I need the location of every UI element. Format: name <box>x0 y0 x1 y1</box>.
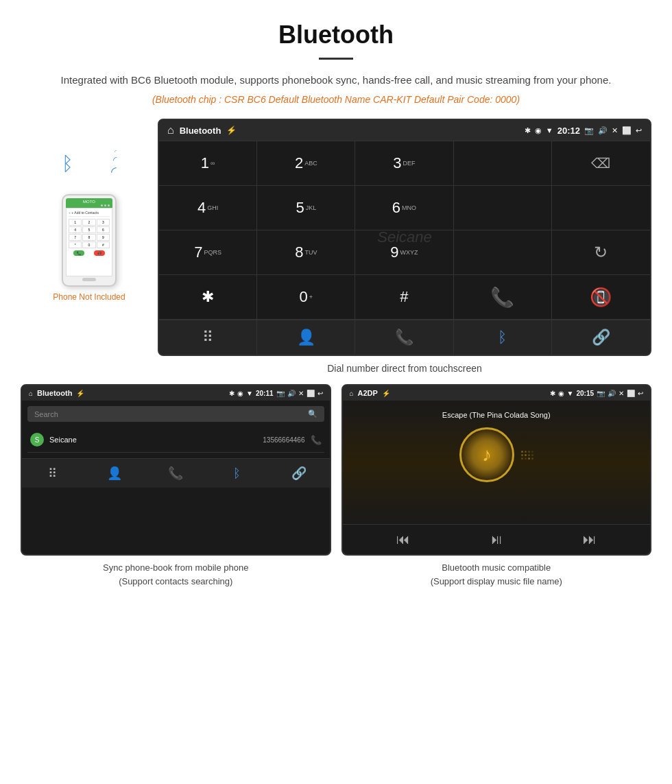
music-camera-icon: 📷 <box>597 390 605 397</box>
pb-link-btn[interactable]: 🔗 <box>268 459 330 488</box>
dial-link-btn[interactable]: 🔗 <box>552 320 650 355</box>
bottom-panels: ⌂ Bluetooth ⚡ ✱ ◉ ▼ 20:11 📷 🔊 ✕ ⬜ ↩ <box>0 384 672 608</box>
dial-key-7[interactable]: 7 PQRS <box>159 230 257 275</box>
dial-key-3[interactable]: 3 DEF <box>355 141 453 186</box>
search-bar[interactable]: Search 🔍 <box>27 406 324 422</box>
music-back-icon: ↩ <box>638 390 643 397</box>
dial-end-btn[interactable]: 📵 <box>552 275 650 320</box>
dial-close-icon: ✕ <box>612 126 618 135</box>
dial-volume-icon: 🔊 <box>598 126 608 135</box>
phonebook-screen: ⌂ Bluetooth ⚡ ✱ ◉ ▼ 20:11 📷 🔊 ✕ ⬜ ↩ <box>21 384 331 556</box>
contact-phone-icon[interactable]: 📞 <box>311 435 322 445</box>
dial-key-4[interactable]: 4 GHI <box>159 186 257 230</box>
wifi-bluetooth-icons: ᛒ ◜ ◜ ◜ <box>62 146 117 187</box>
music-close-icon: ✕ <box>619 390 624 397</box>
pb-camera-icon: 📷 <box>276 390 285 397</box>
music-controls: ⏮ ⏯ ⏭ <box>343 524 651 554</box>
pb-phone-icon: 📞 <box>168 466 183 481</box>
pb-home-icon: ⌂ <box>29 390 33 397</box>
dial-call-btn[interactable]: 📞 <box>454 275 552 320</box>
dial-contacts-btn[interactable]: 👤 <box>257 320 355 355</box>
phone-key-8: 8 <box>82 234 95 241</box>
phone-key-9: 9 <box>97 234 110 241</box>
main-dial-section: ᛒ ◜ ◜ ◜ MOTO + + Add to Contacts <box>0 119 672 356</box>
pb-window-icon: ⬜ <box>307 390 315 397</box>
music-time: 20:15 <box>576 390 594 397</box>
next-icon: ⏭ <box>583 532 597 547</box>
phone-top-bar: MOTO <box>66 198 112 208</box>
dial-key-empty3 <box>552 186 650 230</box>
phonebook-caption: Sync phone-book from mobile phone (Suppo… <box>21 561 331 588</box>
phone-screen: + + Add to Contacts 1 2 3 4 5 6 7 8 9 * … <box>66 208 112 276</box>
play-pause-btn[interactable]: ⏯ <box>490 532 503 547</box>
pb-usb-icon: ⚡ <box>76 390 84 397</box>
dial-back-icon: ↩ <box>636 126 642 135</box>
music-caption: Bluetooth music compatible (Support disp… <box>341 561 652 588</box>
bluetooth-bottom-icon: ᛒ <box>498 329 507 346</box>
phonebook-panel: ⌂ Bluetooth ⚡ ✱ ◉ ▼ 20:11 📷 🔊 ✕ ⬜ ↩ <box>21 384 331 588</box>
dial-keypad-grid: 1 ∞ 2 ABC 3 DEF ⌫ 4 GHI 5 JKL 6 MNO 7 PQ… <box>159 141 650 320</box>
music-status-bar: ⌂ A2DP ⚡ ✱ ◉ ▼ 20:15 📷 🔊 ✕ ⬜ ↩ <box>343 385 651 401</box>
pb-title: Bluetooth <box>37 389 72 397</box>
phone-key-star: * <box>69 241 82 248</box>
prev-icon: ⏮ <box>396 532 410 547</box>
music-panel: ⌂ A2DP ⚡ ✱ ◉ ▼ 20:15 📷 🔊 ✕ ⬜ ↩ Escape ( <box>341 384 652 588</box>
pb-bluetooth-btn[interactable]: ᛒ <box>206 459 268 488</box>
phonebook-status-bar: ⌂ Bluetooth ⚡ ✱ ◉ ▼ 20:11 📷 🔊 ✕ ⬜ ↩ <box>22 385 330 401</box>
phonebook-content: Search 🔍 S Seicane 13566664466 📞 <box>22 401 330 458</box>
dial-screen: ⌂ Bluetooth ⚡ ✱ ◉ ▼ 20:12 📷 🔊 ✕ ⬜ ↩ <box>158 119 651 356</box>
dial-key-2[interactable]: 2 ABC <box>257 141 355 186</box>
dial-screen-wrapper: ⌂ Bluetooth ⚡ ✱ ◉ ▼ 20:12 📷 🔊 ✕ ⬜ ↩ <box>158 119 651 356</box>
dial-phone-btn[interactable]: 📞 <box>355 320 453 355</box>
apps-grid-icon: ⠿ <box>202 329 213 346</box>
dial-backspace-btn[interactable]: ⌫ <box>552 141 650 186</box>
next-track-btn[interactable]: ⏭ <box>583 532 597 547</box>
phone-mockup-area: ᛒ ◜ ◜ ◜ MOTO + + Add to Contacts <box>21 119 158 302</box>
phonebook-bottom-bar: ⠿ 👤 📞 ᛒ 🔗 <box>22 458 330 488</box>
header-section: Bluetooth Integrated with BC6 Bluetooth … <box>0 0 672 119</box>
pb-apps-btn[interactable]: ⠿ <box>22 459 84 488</box>
pb-time: 20:11 <box>256 390 274 397</box>
contact-avatar: S <box>30 433 44 447</box>
dial-usb-icon: ⚡ <box>226 126 237 135</box>
dial-key-8[interactable]: 8 TUV <box>257 230 355 275</box>
pb-bluetooth-icon: ᛒ <box>233 466 241 481</box>
dial-bluetooth-bottom-btn[interactable]: ᛒ <box>454 320 552 355</box>
dial-key-0[interactable]: 0 + <box>257 275 355 320</box>
bluetooth-specs: (Bluetooth chip : CSR BC6 Default Blueto… <box>41 94 631 105</box>
dial-key-empty1 <box>454 141 552 186</box>
dial-key-star[interactable]: ✱ <box>159 275 257 320</box>
dial-apps-btn[interactable]: ⠿ <box>159 320 257 355</box>
dial-key-hash[interactable]: # <box>355 275 453 320</box>
search-placeholder: Search <box>34 410 58 418</box>
description-text: Integrated with BC6 Bluetooth module, su… <box>41 72 631 88</box>
dial-key-5[interactable]: 5 JKL <box>257 186 355 230</box>
music-gps-icon: ◉ <box>558 390 564 397</box>
contact-name: Seicane <box>49 436 263 444</box>
dial-key-6[interactable]: 6 MNO <box>355 186 453 230</box>
pb-person-btn[interactable]: 👤 <box>84 459 145 488</box>
dial-refresh-btn[interactable]: ↻ <box>552 230 650 275</box>
dial-home-icon: ⌂ <box>167 124 174 136</box>
music-window-icon: ⬜ <box>627 390 635 397</box>
dial-key-1[interactable]: 1 ∞ <box>159 141 257 186</box>
dial-caption: Dial number direct from touchscreen <box>137 363 672 374</box>
pb-close-icon: ✕ <box>298 390 304 397</box>
phone-key-2: 2 <box>82 219 95 226</box>
prev-track-btn[interactable]: ⏮ <box>396 532 410 547</box>
dial-key-empty4 <box>454 230 552 275</box>
phone-home-btn <box>82 278 96 281</box>
dial-signal-icon: ▼ <box>546 126 553 134</box>
music-home-icon: ⌂ <box>350 390 354 397</box>
dial-key-9[interactable]: 9 WXYZ <box>355 230 453 275</box>
phone-icon: 📞 <box>395 329 413 346</box>
pb-phone-btn[interactable]: 📞 <box>145 459 206 488</box>
music-bt-icon: ✱ <box>550 390 555 397</box>
phone-key-3: 3 <box>97 219 110 226</box>
phone-bottom-bar: 📞 📵 <box>69 248 110 257</box>
album-art: ♪ <box>459 427 514 482</box>
phone-key-1: 1 <box>69 219 82 226</box>
wifi-icon: ◜ ◜ ◜ <box>111 150 117 178</box>
phone-not-included-label: Phone Not Included <box>53 292 125 302</box>
music-screen: ⌂ A2DP ⚡ ✱ ◉ ▼ 20:15 📷 🔊 ✕ ⬜ ↩ Escape ( <box>341 384 652 556</box>
